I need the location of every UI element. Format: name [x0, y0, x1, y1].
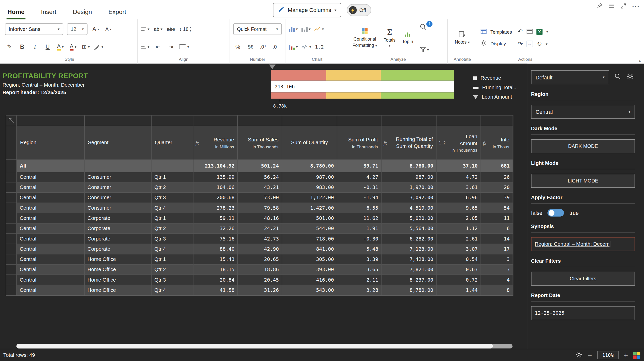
cell[interactable]: 88.40 [193, 244, 238, 254]
tab-home[interactable]: Home [6, 3, 25, 19]
header-cell[interactable]: Sum of Quantity [282, 126, 337, 160]
cell[interactable]: 26 [481, 172, 513, 182]
quick-format-select[interactable]: Quick Format▾ [233, 24, 282, 35]
cell[interactable]: Home Office [84, 285, 152, 295]
redo-icon[interactable]: ↷ [518, 40, 523, 48]
cell[interactable]: 3 [481, 254, 513, 265]
cell[interactable]: 6.96 [436, 193, 481, 203]
row-number-cell[interactable] [6, 234, 17, 244]
cell[interactable]: 11 [481, 213, 513, 224]
row-number-cell[interactable] [6, 126, 17, 160]
cell[interactable]: 681 [481, 160, 513, 172]
row-number-cell[interactable] [6, 275, 17, 285]
cell[interactable]: Central [17, 193, 84, 203]
clear-filters-button[interactable]: Clear Filters [531, 272, 635, 285]
font-name-select[interactable]: Inforiver Sans▾ [5, 24, 63, 35]
zoom-in-button[interactable]: + [624, 351, 628, 358]
header-cell[interactable]: fxIntein Thous [481, 126, 513, 160]
cell[interactable]: 2.11 [337, 275, 382, 285]
font-size-select[interactable]: 12▾ [67, 24, 88, 35]
cell[interactable]: 18.15 [193, 265, 238, 275]
cell[interactable]: -0.31 [337, 182, 382, 193]
cell[interactable]: Corporate [84, 244, 152, 254]
cell[interactable]: 7,821.00 [382, 265, 436, 275]
cell[interactable]: 79.58 [238, 203, 282, 213]
cell[interactable]: 31.26 [238, 285, 282, 295]
cell[interactable]: Corporate [84, 213, 152, 224]
cell[interactable]: 14 [481, 234, 513, 244]
spacer-cell[interactable] [238, 116, 282, 126]
cell[interactable]: 104.06 [193, 182, 238, 193]
scrollbar-thumb[interactable] [16, 344, 493, 348]
tab-design[interactable]: Design [72, 3, 93, 19]
undo-icon[interactable]: ↶ [518, 28, 523, 35]
row-number-cell[interactable] [6, 224, 17, 234]
cell[interactable]: 543.00 [282, 285, 337, 295]
horizontal-align-button[interactable]: ▾ [141, 41, 150, 52]
cell[interactable]: 6 [481, 224, 513, 234]
cell[interactable]: Corporate [84, 224, 152, 234]
spacer-cell[interactable] [481, 116, 513, 126]
cell[interactable]: -1.94 [337, 193, 382, 203]
cell[interactable]: 24.21 [238, 224, 282, 234]
cell[interactable]: 15.43 [193, 254, 238, 265]
row-number-cell[interactable] [6, 172, 17, 182]
sparkline-button[interactable]: ▾ [302, 41, 311, 52]
currency-format-button[interactable]: $€ [246, 42, 255, 52]
cell[interactable]: 0.63 [436, 265, 481, 275]
cell[interactable]: 56.24 [238, 172, 282, 182]
conditional-formatting-button[interactable]: Conditional Formatting ▾ [352, 20, 377, 56]
waterfall-chart-button[interactable]: ▾ [289, 41, 298, 52]
cell[interactable]: 7,123.00 [382, 244, 436, 254]
cell[interactable] [84, 160, 152, 172]
cell[interactable]: 8,780.00 [282, 160, 337, 172]
decrease-indent-icon[interactable]: ⇤ [154, 41, 162, 52]
header-cell[interactable]: Sum of Profitin Thousands [337, 126, 382, 160]
cell[interactable]: 135.99 [193, 172, 238, 182]
cell[interactable]: 18.86 [238, 265, 282, 275]
increase-decimal-button[interactable]: .0⁺ [259, 42, 268, 52]
list-icon[interactable] [609, 3, 614, 11]
search-icon[interactable] [614, 73, 621, 81]
dark-mode-button[interactable]: DARK MODE [531, 139, 635, 153]
cell[interactable]: 278.23 [193, 203, 238, 213]
cell[interactable]: Corporate [84, 234, 152, 244]
filter-button[interactable]: ▾ [420, 47, 429, 52]
underline-button[interactable]: U [43, 42, 52, 52]
zoom-out-button[interactable]: − [588, 351, 592, 358]
horizontal-scrollbar[interactable] [16, 344, 512, 348]
cell[interactable]: 1.12 [436, 224, 481, 234]
chevron-down-icon[interactable]: ▾ [546, 42, 548, 46]
spacer-cell[interactable] [337, 116, 382, 126]
cell[interactable]: 42.90 [238, 244, 282, 254]
chevron-down-icon[interactable]: ▾ [546, 30, 548, 34]
row-number-cell[interactable] [6, 254, 17, 265]
cell[interactable]: 39 [481, 193, 513, 203]
cell[interactable]: 7,428.00 [382, 254, 436, 265]
light-mode-button[interactable]: LIGHT MODE [531, 174, 635, 188]
top-n-button[interactable]: Top n [402, 20, 413, 56]
notes-button[interactable]: Notes ▾ [451, 20, 474, 56]
spacer-cell[interactable] [193, 116, 238, 126]
cell[interactable]: 2.05 [436, 213, 481, 224]
column-chart-button[interactable]: ▾ [302, 24, 310, 34]
ribbon-collapse-icon[interactable]: ▴ [639, 58, 640, 63]
cell[interactable]: Central [17, 244, 84, 254]
cell[interactable]: 5.48 [337, 244, 382, 254]
cell[interactable]: Qtr 3 [152, 275, 193, 285]
bold-button[interactable]: B [18, 42, 27, 52]
cell[interactable]: 39.71 [337, 160, 382, 172]
cell[interactable]: 42.73 [238, 234, 282, 244]
zoom-level[interactable]: 110% [597, 351, 618, 359]
combo-chart-button[interactable]: ▾ [314, 24, 324, 34]
percent-format-button[interactable]: % [233, 42, 242, 52]
cell[interactable]: 544.00 [282, 224, 337, 234]
cell[interactable]: 48.16 [238, 213, 282, 224]
cell[interactable]: Consumer [84, 172, 152, 182]
cell[interactable]: 305.00 [282, 254, 337, 265]
cell[interactable]: 416.00 [282, 275, 337, 285]
header-cell[interactable]: Segment [84, 126, 152, 160]
spacer-cell[interactable] [382, 116, 436, 126]
cell[interactable]: 5,564.00 [382, 224, 436, 234]
cell[interactable]: 1,970.00 [382, 182, 436, 193]
